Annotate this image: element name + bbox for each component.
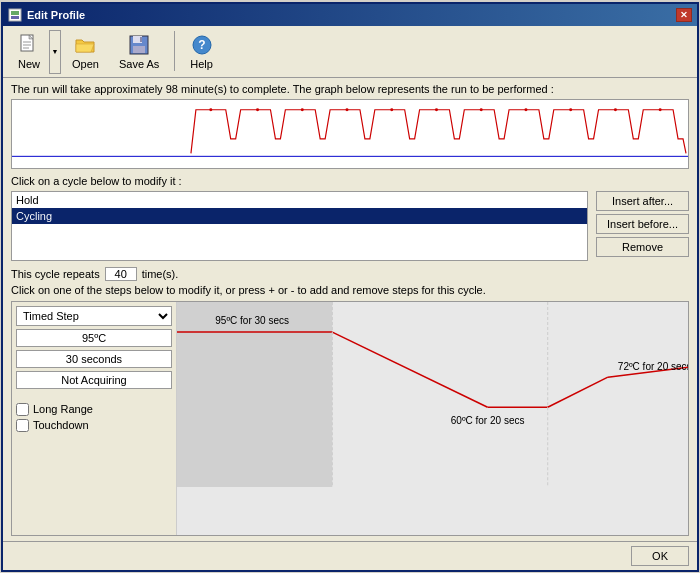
steps-left-panel: Timed Step 95ºC 30 seconds Not Acquiring…: [12, 302, 177, 535]
temp-value[interactable]: 95ºC: [16, 329, 172, 347]
new-label: New: [18, 58, 40, 70]
svg-point-16: [209, 108, 212, 111]
svg-point-17: [256, 108, 259, 111]
window-icon: [8, 8, 22, 22]
open-label: Open: [72, 58, 99, 70]
svg-rect-11: [140, 37, 142, 42]
svg-rect-1: [11, 11, 19, 15]
toolbar: New ▼ Open Save As ?: [3, 26, 697, 78]
repeat-label: This cycle repeats: [11, 268, 100, 280]
svg-point-23: [524, 108, 527, 111]
help-icon: ?: [191, 34, 213, 56]
close-button[interactable]: ✕: [676, 8, 692, 22]
svg-point-18: [301, 108, 304, 111]
main-chart: [11, 99, 689, 169]
steps-area: Timed Step 95ºC 30 seconds Not Acquiring…: [11, 301, 689, 536]
svg-rect-14: [12, 100, 191, 168]
cycle-list-area: Hold Cycling Insert after... Insert befo…: [11, 191, 689, 261]
svg-point-26: [659, 108, 662, 111]
touchdown-checkbox-row[interactable]: Touchdown: [16, 419, 172, 432]
insert-before-button[interactable]: Insert before...: [596, 214, 689, 234]
cycle-list[interactable]: Hold Cycling: [11, 191, 588, 261]
svg-text:?: ?: [198, 38, 205, 52]
title-bar-left: Edit Profile: [8, 8, 85, 22]
step1-label: 95ºC for 30 secs: [215, 315, 289, 326]
step-type-select[interactable]: Timed Step: [16, 306, 172, 326]
repeat-row: This cycle repeats time(s).: [11, 267, 689, 281]
toolbar-separator: [174, 31, 175, 71]
touchdown-checkbox[interactable]: [16, 419, 29, 432]
repeat-suffix: time(s).: [142, 268, 179, 280]
save-icon: [128, 34, 150, 56]
cycle-item-cycling[interactable]: Cycling: [12, 208, 587, 224]
long-range-checkbox-row[interactable]: Long Range: [16, 403, 172, 416]
open-button[interactable]: Open: [63, 30, 108, 74]
step3-label: 72ºC for 20 secs: [618, 361, 688, 372]
ok-button[interactable]: OK: [631, 546, 689, 566]
remove-button[interactable]: Remove: [596, 237, 689, 257]
svg-point-19: [346, 108, 349, 111]
step2-label: 60ºC for 20 secs: [451, 415, 525, 426]
title-bar: Edit Profile ✕: [3, 4, 697, 26]
svg-point-21: [435, 108, 438, 111]
cycle-item-hold[interactable]: Hold: [12, 192, 587, 208]
save-as-label: Save As: [119, 58, 159, 70]
svg-rect-28: [177, 302, 332, 487]
svg-point-25: [614, 108, 617, 111]
duration-value[interactable]: 30 seconds: [16, 350, 172, 368]
repeat-input[interactable]: [105, 267, 137, 281]
new-dropdown-arrow[interactable]: ▼: [49, 30, 61, 74]
info-text: The run will take approximately 98 minut…: [11, 83, 689, 95]
svg-rect-10: [133, 46, 145, 53]
new-icon: [18, 34, 40, 56]
cycle-label: Click on a cycle below to modify it :: [11, 175, 689, 187]
steps-info: Click on one of the steps below to modif…: [11, 284, 689, 296]
help-label: Help: [190, 58, 213, 70]
footer: OK: [3, 541, 697, 570]
step-type-row: Timed Step: [16, 306, 172, 326]
save-as-button[interactable]: Save As: [110, 30, 168, 74]
edit-profile-window: Edit Profile ✕ New ▼: [1, 2, 699, 572]
help-button[interactable]: ? Help: [181, 30, 222, 74]
new-button[interactable]: New: [9, 30, 49, 74]
window-title: Edit Profile: [27, 9, 85, 21]
spacer: [16, 392, 172, 400]
steps-graph-panel: - +: [177, 302, 688, 535]
svg-rect-2: [11, 16, 19, 19]
touchdown-label: Touchdown: [33, 419, 89, 431]
long-range-checkbox[interactable]: [16, 403, 29, 416]
acquiring-value[interactable]: Not Acquiring: [16, 371, 172, 389]
step-graph-svg: 95ºC for 30 secs 60ºC for 20 secs 72ºC f…: [177, 302, 688, 487]
cycle-buttons: Insert after... Insert before... Remove: [596, 191, 689, 257]
insert-after-button[interactable]: Insert after...: [596, 191, 689, 211]
open-icon: [74, 34, 96, 56]
svg-point-22: [480, 108, 483, 111]
long-range-label: Long Range: [33, 403, 93, 415]
svg-point-20: [390, 108, 393, 111]
svg-point-24: [569, 108, 572, 111]
content-area: The run will take approximately 98 minut…: [3, 78, 697, 541]
